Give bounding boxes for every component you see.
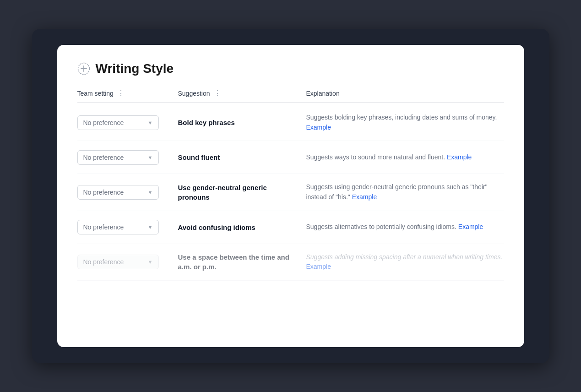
example-link-3[interactable]: Example	[458, 223, 483, 230]
no-preference-dropdown-3[interactable]: No preference ▼	[77, 220, 159, 234]
no-preference-dropdown-1[interactable]: No preference ▼	[77, 150, 159, 165]
suggestion-cell: Use gender-neutral generic pronouns	[178, 183, 306, 202]
explanation-cell: Suggests using gender-neutral generic pr…	[306, 182, 504, 202]
main-card: Writing Style Team setting ⋮ Suggestion …	[57, 45, 524, 347]
team-setting-cell: No preference ▼	[77, 255, 178, 269]
dropdown-arrow-icon: ▼	[148, 190, 153, 195]
team-setting-cell: No preference ▼	[77, 150, 178, 165]
outer-background: Writing Style Team setting ⋮ Suggestion …	[32, 29, 549, 363]
dropdown-arrow-icon: ▼	[148, 259, 153, 265]
no-preference-dropdown-2[interactable]: No preference ▼	[77, 185, 159, 200]
table-row: No preference ▼ Sound fluent Suggests wa…	[77, 141, 504, 174]
table-row: No preference ▼ Avoid confusing idioms S…	[77, 211, 504, 244]
dropdown-arrow-icon: ▼	[148, 155, 153, 160]
plus-circle-icon	[77, 62, 90, 75]
team-setting-cell: No preference ▼	[77, 220, 178, 234]
explanation-cell: Suggests bolding key phrases, including …	[306, 113, 504, 132]
suggestion-cell: Avoid confusing idioms	[178, 223, 306, 232]
suggestion-cell: Use a space between the time and a.m. or…	[178, 252, 306, 272]
suggestion-cell: Bold key phrases	[178, 118, 306, 127]
explanation-cell: Suggests alternatives to potentially con…	[306, 222, 504, 232]
example-link-2[interactable]: Example	[352, 193, 377, 201]
dropdown-arrow-icon: ▼	[148, 120, 153, 125]
table-row-disabled: No preference ▼ Use a space between the …	[77, 244, 504, 281]
example-link-4[interactable]: Example	[306, 263, 331, 270]
explanation-cell: Suggests ways to sound more natural and …	[306, 152, 504, 163]
page-header: Writing Style	[77, 61, 504, 76]
suggestion-cell: Sound fluent	[178, 152, 306, 162]
example-link-1[interactable]: Example	[447, 153, 472, 161]
page-title: Writing Style	[96, 61, 174, 76]
no-preference-dropdown-4: No preference ▼	[77, 255, 159, 269]
table-header: Team setting ⋮ Suggestion ⋮ Explanation	[77, 89, 504, 103]
dropdown-arrow-icon: ▼	[148, 224, 153, 230]
team-setting-cell: No preference ▼	[77, 185, 178, 200]
table-row: No preference ▼ Use gender-neutral gener…	[77, 174, 504, 211]
writing-style-table: Team setting ⋮ Suggestion ⋮ Explanation …	[77, 89, 504, 281]
team-setting-cell: No preference ▼	[77, 115, 178, 130]
suggestion-menu-icon[interactable]: ⋮	[214, 89, 222, 98]
team-setting-menu-icon[interactable]: ⋮	[117, 89, 125, 98]
col-header-explanation: Explanation	[306, 89, 504, 98]
table-row: No preference ▼ Bold key phrases Suggest…	[77, 104, 504, 141]
no-preference-dropdown-0[interactable]: No preference ▼	[77, 115, 159, 130]
col-header-suggestion: Suggestion ⋮	[178, 89, 306, 98]
example-link-0[interactable]: Example	[306, 124, 331, 131]
explanation-cell-disabled: Suggests adding missing spacing after a …	[306, 252, 504, 272]
col-header-team-setting: Team setting ⋮	[77, 89, 178, 98]
